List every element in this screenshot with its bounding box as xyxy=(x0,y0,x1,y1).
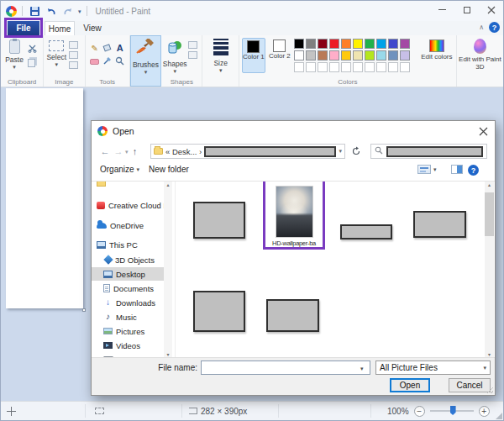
file-thumbnail-selected[interactable]: HD-wallpaper-ba xyxy=(263,182,325,250)
up-icon[interactable]: ↑ xyxy=(129,146,142,156)
file-thumbnail-redacted[interactable] xyxy=(340,224,392,239)
palette-swatch-empty[interactable] xyxy=(341,62,351,72)
file-type-select[interactable]: All Picture Files ▾ xyxy=(375,360,491,375)
color2-button[interactable]: Color 2 xyxy=(268,38,291,73)
magnifier-tool-icon[interactable] xyxy=(115,54,124,69)
scroll-down-icon[interactable]: ▾ xyxy=(166,351,169,357)
tree-item-partial-folder[interactable] xyxy=(92,182,172,190)
palette-swatch[interactable] xyxy=(306,50,316,61)
open-button[interactable]: Open xyxy=(390,378,430,392)
canvas[interactable] xyxy=(6,88,83,308)
brushes-button[interactable]: Brushes ▾ xyxy=(130,35,161,87)
palette-swatch-empty[interactable] xyxy=(365,62,375,72)
palette-swatch[interactable] xyxy=(341,39,351,49)
search-input[interactable] xyxy=(370,144,487,159)
crop-icon[interactable] xyxy=(69,41,78,49)
palette-swatch[interactable] xyxy=(376,50,386,61)
palette-swatch[interactable] xyxy=(388,50,398,61)
palette-swatch-empty[interactable] xyxy=(376,62,386,72)
undo-icon[interactable] xyxy=(45,4,58,18)
file-thumbnail-redacted[interactable] xyxy=(266,299,319,332)
scroll-up-icon[interactable]: ▴ xyxy=(166,182,169,187)
edit-with-paint3d-button[interactable]: Edit with Paint 3D xyxy=(457,35,503,87)
palette-swatch[interactable] xyxy=(329,50,339,61)
tree-item-desktop[interactable]: Desktop xyxy=(92,267,172,281)
shape-fill-icon[interactable] xyxy=(188,51,197,59)
select-dropdown-icon[interactable]: ▾ xyxy=(55,61,58,67)
palette-swatch[interactable] xyxy=(400,39,410,49)
pencil-tool-icon[interactable]: ✎ xyxy=(91,44,97,53)
copy-icon[interactable] xyxy=(28,59,35,67)
eraser-tool-icon[interactable] xyxy=(90,59,99,65)
tree-item-pictures[interactable]: Pictures xyxy=(92,324,172,338)
palette-swatch[interactable] xyxy=(365,39,375,49)
palette-swatch[interactable] xyxy=(341,50,351,61)
tree-item-documents[interactable]: Documents xyxy=(92,282,172,295)
tree-item-music[interactable]: ♪Music xyxy=(92,310,172,324)
filelist-scrollbar-thumb[interactable] xyxy=(485,192,494,236)
collapse-ribbon-icon[interactable]: ∧ xyxy=(479,24,484,31)
palette-swatch-empty[interactable] xyxy=(353,62,363,72)
palette-swatch[interactable] xyxy=(376,39,386,49)
palette-swatch[interactable] xyxy=(329,39,339,49)
text-tool-icon[interactable]: A xyxy=(117,43,123,53)
sidebar-scrollbar[interactable]: ▴ ▾ xyxy=(164,182,172,357)
shapes-dropdown-icon[interactable]: ▾ xyxy=(173,68,176,74)
palette-swatch[interactable] xyxy=(306,39,316,49)
tab-home[interactable]: Home xyxy=(45,21,75,35)
refresh-icon[interactable] xyxy=(349,144,364,159)
size-button[interactable]: Size ▾ xyxy=(202,35,239,87)
brushes-dropdown-icon[interactable]: ▾ xyxy=(144,69,148,75)
palette-swatch[interactable] xyxy=(365,50,375,61)
cut-icon[interactable] xyxy=(28,41,37,56)
close-button[interactable] xyxy=(479,1,503,18)
tree-item-this-pc[interactable]: This PC xyxy=(92,238,172,251)
save-icon[interactable] xyxy=(28,4,41,18)
color-picker-tool-icon[interactable] xyxy=(102,54,112,69)
palette-swatch[interactable] xyxy=(318,39,328,49)
palette-swatch-empty[interactable] xyxy=(388,62,398,72)
file-thumbnail-redacted[interactable] xyxy=(193,291,245,332)
back-icon[interactable]: ← xyxy=(98,146,112,156)
canvas-resize-handle[interactable] xyxy=(82,308,86,312)
qat-customize-icon[interactable]: ▾ xyxy=(78,8,81,14)
zoom-slider[interactable] xyxy=(430,410,474,412)
file-name-input[interactable] xyxy=(201,360,370,375)
tab-view[interactable]: View xyxy=(78,21,107,35)
zoom-out-button[interactable]: − xyxy=(414,406,425,417)
palette-swatch-empty[interactable] xyxy=(306,62,316,72)
redo-icon[interactable] xyxy=(61,4,75,18)
palette-swatch-empty[interactable] xyxy=(294,62,304,72)
scroll-down-icon[interactable]: ▾ xyxy=(488,351,491,357)
window-resize-grip[interactable] xyxy=(496,413,502,419)
maximize-button[interactable] xyxy=(454,1,479,18)
file-thumbnail-redacted[interactable] xyxy=(413,211,466,238)
views-button[interactable]: ▾ xyxy=(417,165,437,174)
zoom-slider-thumb[interactable] xyxy=(450,406,456,415)
palette-swatch[interactable] xyxy=(294,39,304,49)
tab-file[interactable]: File xyxy=(8,21,39,35)
tree-item-videos[interactable]: Videos xyxy=(92,339,172,352)
shape-outline-icon[interactable] xyxy=(188,41,197,49)
resize-icon[interactable] xyxy=(69,51,78,59)
palette-swatch[interactable] xyxy=(400,50,410,61)
tree-item-onedrive[interactable]: OneDrive xyxy=(92,218,172,232)
scroll-up-icon[interactable]: ▴ xyxy=(488,182,491,187)
organize-button[interactable]: Organize ▾ xyxy=(100,165,139,174)
help-icon[interactable]: ? xyxy=(489,22,500,33)
forward-icon[interactable]: → xyxy=(112,146,125,156)
paint-app-icon[interactable] xyxy=(6,6,17,17)
palette-swatch[interactable] xyxy=(294,50,304,61)
minimize-button[interactable] xyxy=(430,1,454,18)
paste-dropdown-icon[interactable]: ▾ xyxy=(13,64,16,70)
palette-swatch[interactable] xyxy=(353,50,363,61)
tree-item-3d-objects[interactable]: 3D Objects xyxy=(92,253,172,266)
address-dropdown-icon[interactable]: ▾ xyxy=(339,148,342,155)
new-folder-button[interactable]: New folder xyxy=(149,165,189,174)
address-bar[interactable]: « Desk... › ▾ xyxy=(150,144,345,159)
zoom-in-button[interactable]: + xyxy=(479,406,490,417)
palette-swatch-empty[interactable] xyxy=(400,62,410,72)
size-dropdown-icon[interactable]: ▾ xyxy=(219,67,223,73)
color1-button[interactable]: Color 1 xyxy=(242,38,265,73)
palette-swatch-empty[interactable] xyxy=(329,62,339,72)
